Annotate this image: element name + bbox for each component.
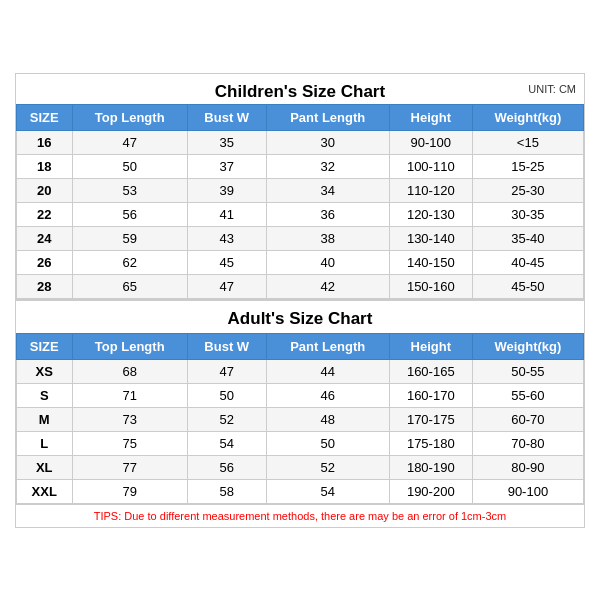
- table-cell: 73: [72, 407, 187, 431]
- table-cell: 68: [72, 359, 187, 383]
- table-cell: 47: [72, 130, 187, 154]
- table-cell: 16: [17, 130, 73, 154]
- table-row: 22564136120-13030-35: [17, 202, 584, 226]
- table-row: XXL795854190-20090-100: [17, 479, 584, 503]
- table-cell: 38: [266, 226, 389, 250]
- table-cell: 56: [187, 455, 266, 479]
- table-cell: M: [17, 407, 73, 431]
- children-col-weight: Weight(kg): [472, 104, 583, 130]
- adult-col-weight: Weight(kg): [472, 333, 583, 359]
- adult-col-pant-length: Pant Length: [266, 333, 389, 359]
- children-col-top-length: Top Length: [72, 104, 187, 130]
- table-cell: 70-80: [472, 431, 583, 455]
- table-cell: S: [17, 383, 73, 407]
- adult-header-row: SIZE Top Length Bust W Pant Length Heigh…: [17, 333, 584, 359]
- adult-col-height: Height: [389, 333, 472, 359]
- adult-col-top-length: Top Length: [72, 333, 187, 359]
- table-cell: 79: [72, 479, 187, 503]
- adult-title: Adult's Size Chart: [16, 299, 584, 333]
- table-row: L755450175-18070-80: [17, 431, 584, 455]
- table-cell: 56: [72, 202, 187, 226]
- table-cell: 32: [266, 154, 389, 178]
- table-cell: 42: [266, 274, 389, 298]
- table-cell: 50: [72, 154, 187, 178]
- table-cell: XL: [17, 455, 73, 479]
- table-row: 1647353090-100<15: [17, 130, 584, 154]
- table-cell: 36: [266, 202, 389, 226]
- table-cell: 170-175: [389, 407, 472, 431]
- table-cell: 180-190: [389, 455, 472, 479]
- table-cell: 130-140: [389, 226, 472, 250]
- table-row: 28654742150-16045-50: [17, 274, 584, 298]
- table-cell: 160-170: [389, 383, 472, 407]
- table-cell: 60-70: [472, 407, 583, 431]
- table-row: XL775652180-19080-90: [17, 455, 584, 479]
- table-cell: 110-120: [389, 178, 472, 202]
- table-row: M735248170-17560-70: [17, 407, 584, 431]
- table-cell: 40: [266, 250, 389, 274]
- table-cell: 55-60: [472, 383, 583, 407]
- table-cell: 35: [187, 130, 266, 154]
- table-row: 26624540140-15040-45: [17, 250, 584, 274]
- table-cell: 90-100: [389, 130, 472, 154]
- table-cell: 35-40: [472, 226, 583, 250]
- table-cell: 43: [187, 226, 266, 250]
- table-cell: 50: [187, 383, 266, 407]
- table-cell: 34: [266, 178, 389, 202]
- table-cell: L: [17, 431, 73, 455]
- size-chart-container: Children's Size Chart UNIT: CM SIZE Top …: [15, 73, 585, 528]
- table-row: S715046160-17055-60: [17, 383, 584, 407]
- table-cell: 53: [72, 178, 187, 202]
- children-header-row: SIZE Top Length Bust W Pant Length Heigh…: [17, 104, 584, 130]
- children-col-height: Height: [389, 104, 472, 130]
- table-cell: 80-90: [472, 455, 583, 479]
- unit-label: UNIT: CM: [528, 83, 576, 95]
- table-cell: 75: [72, 431, 187, 455]
- table-row: XS684744160-16550-55: [17, 359, 584, 383]
- table-cell: 47: [187, 274, 266, 298]
- table-cell: 140-150: [389, 250, 472, 274]
- table-cell: 41: [187, 202, 266, 226]
- table-cell: 20: [17, 178, 73, 202]
- table-cell: 65: [72, 274, 187, 298]
- table-cell: 37: [187, 154, 266, 178]
- table-row: 24594338130-14035-40: [17, 226, 584, 250]
- table-cell: XS: [17, 359, 73, 383]
- table-cell: 25-30: [472, 178, 583, 202]
- table-cell: 58: [187, 479, 266, 503]
- table-cell: 52: [187, 407, 266, 431]
- children-table: SIZE Top Length Bust W Pant Length Heigh…: [16, 104, 584, 299]
- table-cell: 59: [72, 226, 187, 250]
- table-cell: 45-50: [472, 274, 583, 298]
- table-cell: 26: [17, 250, 73, 274]
- table-cell: 50-55: [472, 359, 583, 383]
- table-cell: 90-100: [472, 479, 583, 503]
- table-cell: 18: [17, 154, 73, 178]
- adult-col-size: SIZE: [17, 333, 73, 359]
- table-cell: 30-35: [472, 202, 583, 226]
- table-cell: 54: [266, 479, 389, 503]
- table-cell: 47: [187, 359, 266, 383]
- table-cell: 22: [17, 202, 73, 226]
- table-row: 20533934110-12025-30: [17, 178, 584, 202]
- children-col-bust-w: Bust W: [187, 104, 266, 130]
- adult-col-bust-w: Bust W: [187, 333, 266, 359]
- table-cell: 150-160: [389, 274, 472, 298]
- table-cell: 50: [266, 431, 389, 455]
- tips-text: TIPS: Due to different measurement metho…: [16, 504, 584, 527]
- table-cell: 15-25: [472, 154, 583, 178]
- table-cell: 44: [266, 359, 389, 383]
- children-col-size: SIZE: [17, 104, 73, 130]
- table-cell: 54: [187, 431, 266, 455]
- children-title-text: Children's Size Chart: [215, 82, 385, 101]
- table-cell: 24: [17, 226, 73, 250]
- table-cell: 28: [17, 274, 73, 298]
- table-cell: 46: [266, 383, 389, 407]
- table-cell: XXL: [17, 479, 73, 503]
- adult-table: SIZE Top Length Bust W Pant Length Heigh…: [16, 333, 584, 504]
- table-cell: 77: [72, 455, 187, 479]
- table-cell: 100-110: [389, 154, 472, 178]
- table-cell: 48: [266, 407, 389, 431]
- table-cell: 160-165: [389, 359, 472, 383]
- table-cell: 62: [72, 250, 187, 274]
